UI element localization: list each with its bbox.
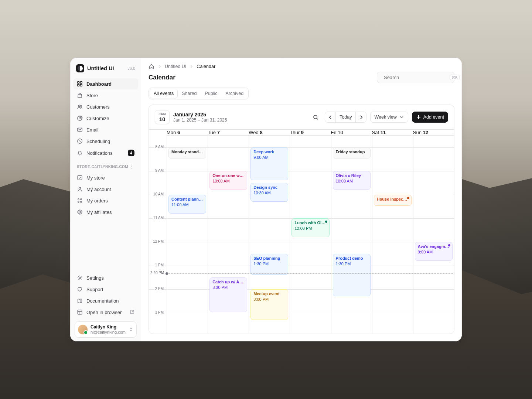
home-icon[interactable] — [149, 64, 154, 69]
calendar-event[interactable]: Product demo1:30 PM — [333, 254, 371, 296]
tab-archived[interactable]: Archived — [222, 89, 248, 98]
day-header: Sun 12 — [413, 130, 454, 136]
event-time: 1:30 PM — [253, 262, 285, 267]
sidebar-item-my-store[interactable]: My store — [73, 172, 138, 183]
sidebar-item-label: Dashboard — [86, 81, 112, 87]
event-time: 1:30 PM — [336, 262, 368, 267]
event-title: Friday standup — [336, 150, 368, 155]
time-label: 1 PM — [154, 263, 164, 267]
svg-rect-3 — [80, 84, 82, 86]
book-icon — [77, 298, 83, 304]
sidebar-item-notifications[interactable]: Notifications4 — [73, 147, 138, 159]
sidebar-item-label: Scheduling — [86, 139, 110, 144]
calendar-title-block: January 2025 Jan 1, 2025 – Jan 31, 2025 — [173, 112, 227, 123]
svg-point-9 — [132, 166, 132, 167]
search-input[interactable] — [383, 74, 447, 81]
users-icon — [77, 104, 83, 110]
sidebar-item-label: Customers — [86, 104, 110, 110]
day-column[interactable]: Monday standupContent planning11:00 AM — [167, 129, 208, 334]
tab-all[interactable]: All events — [150, 89, 178, 98]
sidebar-item-dashboard[interactable]: Dashboard — [73, 78, 138, 89]
sidebar-item-my-orders[interactable]: My orders — [73, 195, 138, 206]
sidebar-item-label: My orders — [86, 198, 108, 204]
chevron-selector-icon[interactable] — [129, 327, 133, 332]
sidebar-item-label: Settings — [86, 275, 104, 281]
time-label: 10 AM — [153, 192, 164, 196]
calendar-event[interactable]: Monday standup — [168, 147, 206, 158]
prev-button[interactable] — [325, 112, 336, 123]
brand: Untitled UI v6.0 — [73, 63, 138, 77]
day-column[interactable]: Lunch with Olivia12:00 PM — [290, 129, 331, 334]
filter-tabs: All eventsSharedPublicArchived — [141, 88, 462, 105]
sidebar-item-documentation[interactable]: Documentation — [73, 295, 138, 306]
sidebar-item-scheduling[interactable]: Scheduling — [73, 136, 138, 147]
calendar-event[interactable]: Catch up w/ Alex3:30 PM — [209, 277, 247, 312]
page-title: Calendar — [149, 74, 175, 81]
sidebar-item-my-account[interactable]: My account — [73, 184, 138, 195]
plus-icon — [416, 115, 421, 120]
sidebar-item-customize[interactable]: Customize — [73, 113, 138, 124]
calendar-grid-scroll[interactable]: Mon 6Tue 7Wed 8Thur 9Fri 10Sat 11Sun 128… — [149, 129, 454, 334]
breadcrumb-item[interactable]: Untitled UI — [165, 64, 186, 69]
calendar-event[interactable]: SEO planning1:30 PM — [250, 254, 288, 275]
day-column[interactable]: Friday standupOlivia x Riley10:00 AMProd… — [331, 129, 372, 334]
calendar-event[interactable]: Meetup event3:00 PM — [250, 289, 288, 320]
calendar-search-button[interactable] — [310, 112, 321, 123]
sidebar-item-store[interactable]: Store — [73, 90, 138, 101]
calendar-event[interactable]: One-on-one with Eva10:00 AM — [209, 171, 247, 190]
tab-public[interactable]: Public — [201, 89, 222, 98]
tab-shared[interactable]: Shared — [178, 89, 201, 98]
calendar-event[interactable]: Lunch with Olivia12:00 PM — [291, 218, 329, 237]
dots-vertical-icon[interactable] — [129, 164, 134, 169]
sidebar-item-email[interactable]: Email — [73, 124, 138, 135]
calendar-event[interactable]: Deep work9:00 AM — [250, 147, 288, 180]
next-button[interactable] — [355, 112, 366, 123]
calendar-event[interactable]: Design sync10:30 AM — [250, 183, 288, 202]
event-title: Monday standup — [171, 150, 203, 155]
day-column[interactable]: Ava's engagment par…9:00 AM — [413, 129, 454, 334]
sidebar-item-open-browser[interactable]: Open in browser — [73, 307, 138, 318]
time-label: 11 AM — [153, 216, 164, 220]
day-column[interactable]: Deep work9:00 AMDesign sync10:30 AMSEO p… — [249, 129, 290, 334]
event-title: House inspection — [377, 197, 409, 202]
user-card[interactable]: Caitlyn King hi@caitlynking.com — [75, 321, 137, 338]
svg-point-4 — [78, 105, 80, 106]
sidebar-item-label: Support — [86, 287, 103, 292]
calendar-event[interactable]: Ava's engagment par…9:00 AM — [415, 242, 453, 261]
event-dot-icon — [325, 221, 327, 223]
sidebar-item-customers[interactable]: Customers — [73, 101, 138, 112]
svg-point-10 — [132, 168, 132, 168]
chevron-right-icon — [189, 64, 194, 69]
event-title: Product demo — [336, 256, 368, 261]
sidebar-item-my-affiliates[interactable]: My affiliates — [73, 207, 138, 218]
event-time: 12:00 PM — [294, 226, 326, 231]
sidebar-item-support[interactable]: Support — [73, 284, 138, 295]
calendar-month-title: January 2025 — [173, 112, 227, 117]
calendar-event[interactable]: Content planning11:00 AM — [168, 195, 206, 214]
event-dot-icon — [407, 197, 409, 199]
pie-icon — [77, 115, 83, 121]
bag-icon — [77, 92, 83, 98]
calendar-event[interactable]: House inspection — [374, 195, 412, 206]
sidebar-item-label: My affiliates — [86, 209, 112, 215]
sidebar-badge: 4 — [128, 150, 134, 156]
day-column[interactable]: House inspection — [372, 129, 413, 334]
calendar-event[interactable]: Friday standup — [333, 147, 371, 158]
grid-icon — [77, 81, 83, 87]
event-title: One-on-one with Eva — [212, 173, 244, 178]
heart-icon — [77, 286, 83, 292]
add-event-button[interactable]: Add event — [412, 112, 448, 123]
svg-point-19 — [79, 277, 81, 279]
mail-icon — [77, 127, 83, 133]
day-column[interactable]: One-on-one with Eva10:00 AMCatch up w/ A… — [208, 129, 249, 334]
calendar-event[interactable]: Olivia x Riley10:00 AM — [333, 171, 371, 190]
event-dot-icon — [448, 244, 450, 246]
today-button[interactable]: Today — [335, 112, 356, 123]
layout-icon — [77, 309, 83, 315]
view-selector[interactable]: Week view — [370, 112, 408, 123]
search-input-wrap[interactable]: ⌘K — [377, 72, 454, 83]
date-badge: JAN 10 — [155, 110, 170, 124]
main: Untitled UI Calendar Calendar ⌘K All eve… — [141, 58, 462, 341]
svg-point-14 — [81, 199, 82, 200]
sidebar-item-settings[interactable]: Settings — [73, 272, 138, 283]
